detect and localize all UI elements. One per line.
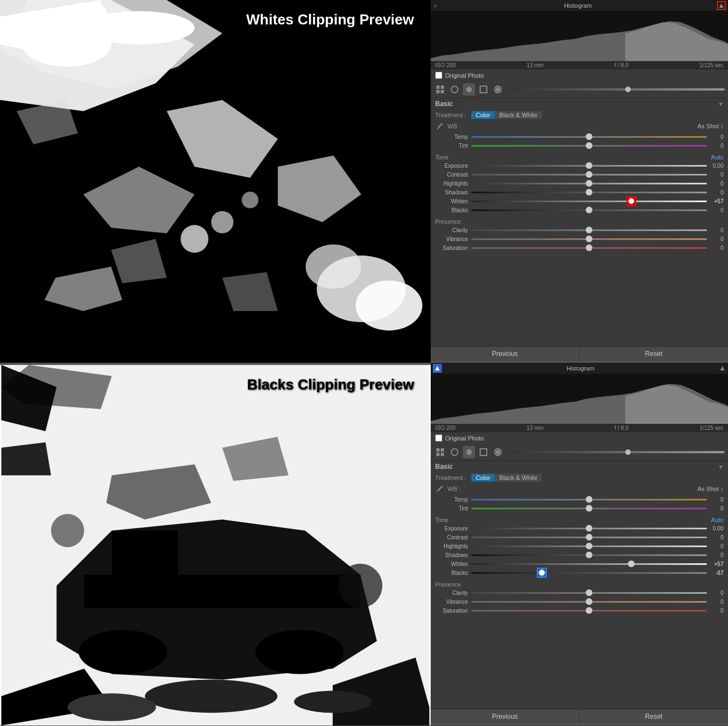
temp-value-2: 0 (707, 497, 724, 503)
highlights-track-2[interactable] (471, 542, 707, 550)
saturation-row-1: Saturation 0 (435, 244, 724, 252)
whites-preview-section: Whites Clipping Preview (0, 0, 431, 363)
previous-button-2[interactable]: Previous (431, 709, 580, 724)
grid-tool-1[interactable] (434, 83, 446, 96)
original-photo-label-1: Original Photo (445, 72, 484, 79)
rect-tool-1[interactable] (477, 83, 490, 96)
reset-button-1[interactable]: Reset (580, 347, 728, 361)
histogram-svg-2 (431, 374, 728, 424)
shadows-track-1[interactable] (471, 188, 707, 196)
vibrance-row-2: Vibrance 0 (435, 598, 724, 605)
filter-icon-1: ▼ (718, 101, 724, 107)
vibrance-label-2: Vibrance (435, 599, 471, 605)
tone-group-header-1: Tone Auto (435, 153, 724, 162)
exposure-value-2: 0.00 (707, 525, 724, 532)
svg-marker-50 (720, 366, 725, 370)
original-photo-checkbox-2[interactable] (435, 434, 442, 442)
original-photo-checkbox-1[interactable] (435, 72, 442, 79)
basic-section-header-1: Basic ▼ (431, 98, 728, 109)
treatment-label-2: Treatment : (435, 474, 471, 481)
svg-point-57 (466, 449, 472, 455)
tint-value-1: 0 (707, 143, 724, 149)
histogram-area-2 (431, 374, 728, 424)
tone-group-header-2: Tone Auto (435, 515, 724, 524)
vibrance-track-1[interactable] (471, 235, 707, 243)
exposure-track-2[interactable] (471, 524, 707, 532)
temp-track-2[interactable] (471, 495, 707, 503)
circle-tool2-2[interactable] (492, 446, 504, 458)
tint-label-2: Tint (435, 505, 471, 512)
tint-track-2[interactable] (471, 504, 707, 512)
auto-label-1[interactable]: Auto (711, 154, 724, 161)
whites-value-1: +57 (707, 198, 724, 204)
dot-tool-1[interactable] (463, 83, 475, 96)
clarity-value-1: 0 (707, 227, 724, 233)
color-btn-2[interactable]: Color (471, 474, 495, 482)
highlights-track-1[interactable] (471, 179, 707, 187)
hist-corner-right-2[interactable] (719, 365, 726, 372)
original-photo-row-2: Original Photo (431, 432, 728, 444)
clarity-track-1[interactable] (471, 226, 707, 234)
saturation-track-1[interactable] (471, 244, 707, 252)
eyedropper-icon-1[interactable] (435, 122, 444, 131)
hist-corner-right-1[interactable] (717, 1, 726, 10)
color-btn-1[interactable]: Color (471, 111, 495, 119)
previous-button-1[interactable]: Previous (431, 347, 580, 361)
tint-track-1[interactable] (471, 142, 707, 149)
svg-marker-49 (435, 366, 440, 370)
clip-indicator-right-2[interactable] (719, 365, 726, 372)
circle-tool-1[interactable] (448, 83, 461, 96)
saturation-value-2: 0 (707, 608, 724, 614)
original-photo-label-2: Original Photo (445, 435, 484, 442)
bw-btn-1[interactable]: Black & White (495, 111, 541, 119)
whites-clip-indicator[interactable] (717, 1, 726, 10)
reset-button-2[interactable]: Reset (580, 709, 728, 724)
svg-rect-41 (441, 86, 444, 89)
contrast-value-2: 0 (707, 534, 724, 540)
eyedropper-icon-2[interactable] (435, 484, 444, 493)
blacks-clip-indicator[interactable] (433, 364, 442, 373)
contrast-row-1: Contrast 0 (435, 171, 724, 178)
circle-tool2-1[interactable] (492, 83, 504, 96)
tone-label-1: Tone (435, 154, 448, 161)
whites-track-1[interactable] (471, 197, 707, 205)
clarity-label-2: Clarity (435, 590, 471, 596)
contrast-track-1[interactable] (471, 171, 707, 178)
contrast-label-2: Contrast (435, 534, 471, 540)
temp-track-1[interactable] (471, 133, 707, 141)
svg-rect-53 (441, 448, 444, 452)
clarity-track-2[interactable] (471, 589, 707, 597)
vibrance-row-1: Vibrance 0 (435, 235, 724, 243)
saturation-track-2[interactable] (471, 607, 707, 614)
svg-point-24 (79, 630, 167, 674)
svg-point-10 (356, 281, 422, 331)
tool-slider-1[interactable] (510, 88, 725, 91)
tool-slider-2[interactable] (510, 451, 725, 453)
vibrance-value-2: 0 (707, 599, 724, 605)
blacks-preview-title: Blacks Clipping Preview (247, 376, 414, 393)
whites-track-2[interactable] (471, 560, 707, 568)
vibrance-track-2[interactable] (471, 598, 707, 605)
grid-tool-2[interactable] (434, 446, 446, 458)
svg-point-45 (466, 87, 472, 92)
exposure-track-1[interactable] (471, 162, 707, 169)
clarity-value-2: 0 (707, 590, 724, 596)
vibrance-value-1: 0 (707, 236, 724, 242)
bw-btn-2[interactable]: Black & White (495, 474, 541, 482)
rect-tool-2[interactable] (477, 446, 490, 458)
shadows-value-1: 0 (707, 189, 724, 196)
whites-preview-title: Whites Clipping Preview (246, 11, 414, 28)
contrast-track-2[interactable] (471, 533, 707, 541)
blacks-track-2[interactable] (471, 569, 707, 577)
whites-value-2: +57 (707, 561, 724, 567)
dot-tool-2[interactable] (463, 446, 475, 458)
histogram-svg-1 (431, 11, 728, 61)
histogram-title-2: Histogram (566, 365, 594, 372)
presence-group-header-1: Presence (435, 217, 724, 226)
blacks-track-1[interactable] (471, 206, 707, 214)
tone-section-2: Tone Auto Exposure 0.00 Contrast (431, 514, 728, 579)
circle-tool-2[interactable] (448, 446, 461, 458)
auto-label-2[interactable]: Auto (711, 517, 724, 523)
presence-label-1: Presence (435, 218, 461, 225)
shadows-track-2[interactable] (471, 551, 707, 559)
